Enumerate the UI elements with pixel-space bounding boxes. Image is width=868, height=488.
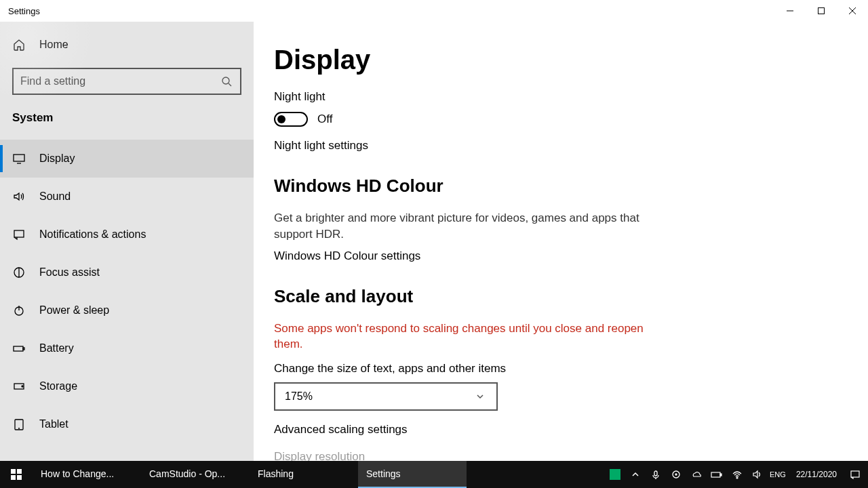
tray-app-icon[interactable] [609, 468, 621, 481]
battery-icon [12, 342, 26, 355]
power-icon [12, 304, 26, 317]
sound-icon [12, 190, 26, 203]
night-light-label: Night light [274, 90, 868, 104]
search-icon [220, 75, 233, 88]
hd-colour-heading: Windows HD Colour [274, 176, 868, 197]
hd-colour-desc: Get a brighter and more vibrant picture … [274, 210, 654, 243]
scale-heading: Scale and layout [274, 286, 868, 307]
svg-rect-17 [11, 469, 16, 474]
chevron-down-icon [473, 390, 487, 403]
tray-mic-icon[interactable] [650, 468, 662, 481]
tray-location-icon[interactable] [670, 468, 682, 481]
sidebar-item-label: Power & sleep [39, 304, 109, 317]
sidebar-item-label: Battery [39, 342, 74, 354]
svg-rect-18 [17, 469, 22, 474]
tray-chevron-icon[interactable] [629, 468, 642, 481]
home-icon [12, 38, 26, 52]
hd-colour-link[interactable]: Windows HD Colour settings [274, 249, 868, 263]
tray-notifications-icon[interactable] [849, 468, 861, 481]
svg-rect-6 [14, 155, 24, 161]
svg-line-5 [229, 83, 231, 86]
svg-point-28 [736, 477, 738, 479]
sidebar-item-battery[interactable]: Battery [0, 329, 254, 367]
svg-rect-26 [711, 472, 720, 477]
taskbar-item[interactable]: Flashing [250, 461, 358, 488]
svg-rect-11 [14, 346, 23, 351]
home-label: Home [39, 39, 68, 51]
search-input[interactable]: Find a setting [12, 68, 241, 95]
sidebar-item-label: Storage [39, 380, 77, 392]
scale-value: 175% [285, 390, 313, 403]
sidebar-item-label: Display [39, 152, 75, 165]
taskbar-item-label: CamStudio - Op... [149, 468, 225, 479]
svg-rect-19 [11, 475, 16, 480]
page-title: Display [274, 45, 868, 75]
svg-rect-12 [23, 348, 24, 350]
svg-point-4 [222, 77, 229, 84]
notifications-icon [12, 228, 26, 241]
sidebar-item-sound[interactable]: Sound [0, 178, 254, 216]
taskbar-item-label: Flashing [258, 468, 294, 479]
sidebar: Home Find a setting System Display [0, 22, 254, 461]
titlebar: Settings [0, 0, 868, 22]
night-light-state: Off [317, 113, 332, 126]
taskbar-item-label: Settings [366, 468, 401, 479]
close-button[interactable] [837, 0, 868, 22]
scale-label: Change the size of text, apps and other … [274, 362, 868, 375]
focus-icon [12, 266, 26, 279]
sidebar-item-focus[interactable]: Focus assist [0, 253, 254, 291]
svg-rect-8 [14, 230, 24, 237]
svg-point-25 [675, 474, 677, 475]
search-placeholder: Find a setting [20, 75, 85, 87]
taskbar-item-label: How to Change... [41, 468, 114, 479]
nav-list: Display Sound Notifications & actions Fo… [0, 140, 254, 443]
night-light-settings-link[interactable]: Night light settings [274, 139, 868, 152]
window-title: Settings [8, 6, 40, 16]
sidebar-item-storage[interactable]: Storage [0, 367, 254, 405]
sidebar-item-label: Tablet [39, 418, 68, 430]
svg-rect-1 [818, 8, 825, 14]
sidebar-item-label: Sound [39, 190, 71, 203]
tablet-icon [12, 418, 26, 431]
svg-point-14 [22, 386, 23, 387]
storage-icon [12, 380, 26, 393]
tray-volume-icon[interactable] [751, 468, 764, 481]
svg-rect-29 [851, 471, 859, 477]
svg-rect-20 [17, 475, 22, 480]
start-button[interactable] [0, 461, 33, 488]
system-tray: ENG 22/11/2020 [609, 461, 868, 488]
main-content: Display Night light Off Night light sett… [254, 22, 868, 461]
sidebar-item-power[interactable]: Power & sleep [0, 291, 254, 329]
home-nav[interactable]: Home [0, 26, 254, 64]
sidebar-item-label: Focus assist [39, 266, 100, 279]
tray-wifi-icon[interactable] [731, 468, 743, 481]
sidebar-item-label: Notifications & actions [39, 228, 146, 241]
night-light-toggle[interactable] [274, 112, 308, 127]
maximize-button[interactable] [806, 0, 837, 22]
scale-warning: Some apps won't respond to scaling chang… [274, 321, 654, 353]
advanced-scaling-link[interactable]: Advanced scaling settings [274, 423, 868, 436]
tray-onedrive-icon[interactable] [690, 468, 703, 481]
tray-battery-icon[interactable] [711, 468, 723, 481]
sidebar-item-tablet[interactable]: Tablet [0, 405, 254, 443]
window-controls [774, 0, 868, 22]
taskbar-item-active[interactable]: Settings [358, 461, 467, 488]
sidebar-item-notifications[interactable]: Notifications & actions [0, 216, 254, 253]
taskbar-item[interactable]: How to Change... [33, 461, 141, 488]
resolution-label: Display resolution [274, 450, 868, 461]
sidebar-item-display[interactable]: Display [0, 140, 254, 178]
taskbar: How to Change... CamStudio - Op... Flash… [0, 461, 868, 488]
taskbar-clock[interactable]: 22/11/2020 [792, 470, 841, 479]
display-icon [12, 152, 26, 165]
svg-rect-21 [610, 469, 620, 480]
minimize-button[interactable] [774, 0, 806, 22]
tray-language-icon[interactable]: ENG [772, 468, 784, 481]
category-label: System [0, 95, 254, 131]
scale-select[interactable]: 175% [274, 382, 498, 411]
svg-rect-27 [720, 474, 722, 476]
taskbar-item[interactable]: CamStudio - Op... [141, 461, 250, 488]
taskbar-date: 22/11/2020 [796, 470, 837, 479]
svg-rect-22 [654, 471, 657, 476]
